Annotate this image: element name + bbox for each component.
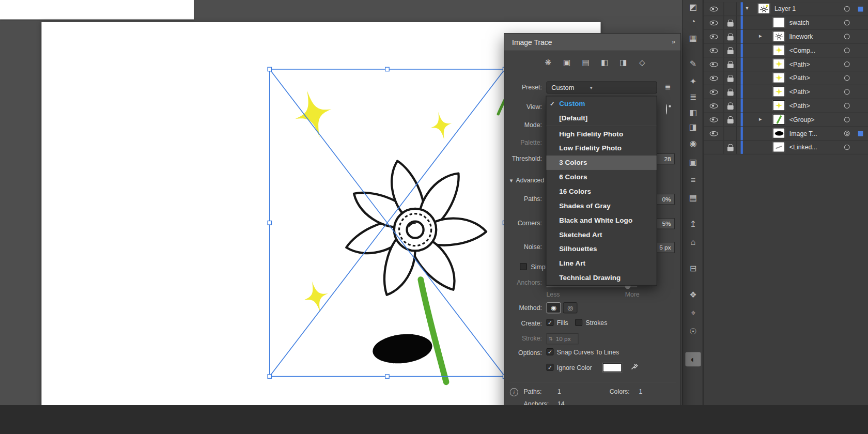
low-color-icon[interactable]: ▤ (579, 58, 593, 67)
lock-toggle[interactable] (724, 113, 737, 127)
method-abutting-button[interactable]: ◉ (547, 302, 561, 313)
layer-thumbnail[interactable] (773, 31, 785, 41)
lock-toggle[interactable] (724, 99, 737, 113)
color-guide-panel-icon[interactable]: ◔ (683, 17, 704, 26)
layer-thumbnail[interactable] (773, 128, 785, 138)
visibility-toggle[interactable] (704, 141, 724, 154)
layer-thumbnail[interactable] (773, 45, 785, 55)
layer-row-path-4[interactable]: <Path> (704, 99, 868, 113)
graphic-styles-panel-icon[interactable]: ▣ (683, 157, 704, 167)
layer-name[interactable]: swatch (789, 16, 809, 29)
layer-thumbnail[interactable] (773, 86, 785, 97)
lock-toggle[interactable] (724, 30, 737, 43)
visibility-toggle[interactable] (704, 2, 724, 16)
strokes-checkbox[interactable] (575, 319, 582, 326)
target-circle[interactable] (844, 20, 850, 26)
layer-thumbnail[interactable] (773, 59, 785, 69)
layer-row-compound[interactable]: <Comp... (704, 44, 868, 58)
layer-thumbnail[interactable] (773, 114, 785, 125)
lock-toggle[interactable] (724, 16, 737, 29)
layer-row-layer-1[interactable]: ▾ Layer 1 (704, 2, 868, 16)
chevron-right-icon[interactable]: ▸ (759, 33, 762, 39)
preset-option-technical-drawing[interactable]: Technical Drawing (547, 271, 657, 285)
gradient-panel-icon[interactable]: ◧ (683, 107, 704, 117)
image-trace-panel-header[interactable]: Image Trace » (504, 34, 680, 50)
asset-export-panel-icon[interactable]: ↥ (683, 219, 704, 229)
chevron-down-icon[interactable]: ▾ (746, 5, 748, 11)
lock-toggle[interactable] (724, 71, 737, 85)
target-circle[interactable] (844, 145, 850, 150)
layer-name[interactable]: linework (789, 30, 813, 43)
layer-row-linework[interactable]: ▸ linework (704, 30, 868, 44)
black-and-white-icon[interactable]: ◨ (616, 58, 631, 67)
target-circle[interactable] (844, 48, 850, 53)
high-color-icon[interactable]: ▣ (560, 58, 574, 67)
selection-square[interactable] (858, 131, 863, 136)
preset-option-shades-of-gray[interactable]: Shades of Gray (547, 199, 657, 213)
advanced-section-toggle[interactable]: ▼Advanced (509, 177, 545, 183)
visibility-toggle[interactable] (704, 44, 724, 57)
layer-row-path-2[interactable]: <Path> (704, 71, 868, 85)
lock-toggle[interactable] (724, 2, 737, 16)
layer-name[interactable]: <Path> (789, 71, 810, 85)
target-circle[interactable] (844, 34, 850, 39)
visibility-toggle[interactable] (704, 57, 724, 71)
lock-toggle[interactable] (724, 141, 737, 154)
artboards-panel-icon[interactable]: ▤ (683, 193, 704, 203)
target-circle-selected[interactable] (844, 131, 850, 136)
preset-option-custom[interactable]: ✓ Custom (547, 96, 657, 111)
anchors-slider[interactable] (547, 286, 638, 287)
layer-thumbnail[interactable] (773, 142, 785, 152)
preset-select[interactable]: Custom ▼ (547, 82, 657, 94)
navigator-panel-icon[interactable]: ⌖ (683, 308, 704, 318)
eyedropper-icon[interactable] (630, 362, 639, 370)
layers-panel-icon[interactable]: ≡ (683, 175, 704, 184)
align-panel-icon[interactable]: ⊟ (683, 264, 704, 273)
layer-row-swatch[interactable]: swatch (704, 16, 868, 30)
ignore-color-checkbox[interactable] (547, 364, 554, 371)
preset-option-6-colors[interactable]: 6 Colors (547, 170, 657, 184)
target-circle[interactable] (844, 61, 850, 67)
preset-menu-icon[interactable]: ≣ (665, 83, 671, 91)
transparency-panel-icon[interactable]: ◨ (683, 122, 704, 132)
lock-toggle[interactable] (724, 57, 737, 71)
snap-curves-checkbox[interactable] (547, 348, 554, 355)
layer-row-path-1[interactable]: <Path> (704, 57, 868, 71)
preset-option-sketched-art[interactable]: Sketched Art (547, 227, 657, 242)
preset-option-low-fidelity-photo[interactable]: Low Fidelity Photo (547, 141, 657, 156)
layer-row-path-3[interactable]: <Path> (704, 85, 868, 99)
chevron-right-icon[interactable]: ▸ (759, 116, 762, 122)
layer-thumbnail[interactable] (758, 3, 770, 13)
visibility-toggle[interactable] (704, 30, 724, 43)
visibility-toggle[interactable] (704, 99, 724, 113)
ignore-color-swatch[interactable] (603, 363, 622, 372)
layer-row-group[interactable]: ▸ <Group> (704, 113, 868, 127)
lock-toggle[interactable] (724, 85, 737, 99)
target-circle[interactable] (844, 89, 850, 95)
appearance-panel-icon[interactable]: ◉ (683, 138, 704, 148)
target-circle[interactable] (844, 6, 850, 12)
preset-option-default[interactable]: [Default] (547, 111, 657, 125)
preset-option-3-colors[interactable]: 3 Colors (547, 156, 657, 170)
libraries-panel-icon[interactable]: ⌂ (683, 237, 704, 246)
brushes-panel-icon[interactable]: ✎ (683, 59, 704, 69)
grayscale-icon[interactable]: ◧ (597, 58, 612, 67)
preset-option-black-and-white-logo[interactable]: Black and White Logo (547, 213, 657, 228)
outline-icon[interactable]: ◇ (635, 58, 649, 67)
collapse-panel-icon[interactable]: » (672, 38, 675, 45)
layer-row-image-trace[interactable]: Image T... (704, 127, 868, 141)
target-circle[interactable] (844, 117, 850, 122)
image-trace-panel-icon[interactable]: ◐ (685, 352, 701, 366)
stroke-panel-icon[interactable]: ≣ (683, 92, 704, 102)
lock-toggle[interactable] (724, 127, 737, 140)
layer-name[interactable]: Image T... (789, 127, 817, 140)
layer-name[interactable]: <Path> (789, 57, 810, 71)
symbols-panel-icon[interactable]: ✦ (683, 76, 704, 86)
layer-name[interactable]: Layer 1 (774, 2, 796, 16)
lock-toggle[interactable] (724, 44, 737, 57)
layer-name[interactable]: <Linked... (789, 141, 817, 154)
target-circle[interactable] (844, 103, 850, 109)
layer-name[interactable]: <Comp... (789, 44, 815, 57)
target-circle[interactable] (844, 75, 850, 81)
layer-name[interactable]: <Path> (789, 99, 810, 113)
